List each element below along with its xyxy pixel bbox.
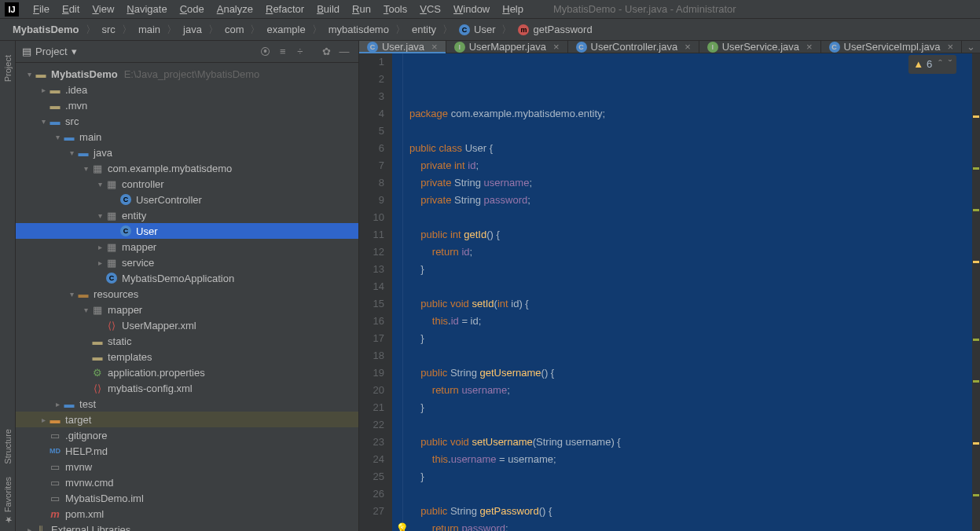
tree-item-usermapper-xml[interactable]: ⟨⟩UserMapper.xml	[16, 317, 358, 333]
close-icon[interactable]: ×	[685, 41, 691, 53]
tree-arrow-icon[interactable]: ▸	[38, 416, 49, 424]
tool-tab-structure[interactable]: Structure	[2, 423, 14, 471]
tree-item-static[interactable]: ▬static	[16, 333, 358, 349]
menu-file[interactable]: File	[27, 2, 56, 16]
gear-icon[interactable]: ✿	[319, 44, 335, 60]
tree-item-templates[interactable]: ▬templates	[16, 349, 358, 364]
menu-code[interactable]: Code	[174, 2, 211, 16]
editor-tab-usermapper-java[interactable]: IUserMapper.java×	[446, 41, 568, 53]
tree-item-help-md[interactable]: MDHELP.md	[16, 443, 358, 459]
close-icon[interactable]: ×	[947, 41, 953, 53]
tree-item-mapper[interactable]: ▸▦mapper	[16, 239, 358, 255]
intention-bulb-icon[interactable]: 💡	[395, 520, 409, 531]
breadcrumb-java[interactable]: java	[178, 22, 207, 37]
error-stripe[interactable]	[972, 53, 980, 531]
inspection-badge[interactable]: ▲ 6 ˆ ˇ	[908, 55, 956, 74]
menu-tools[interactable]: Tools	[377, 2, 413, 16]
tree-item-src[interactable]: ▾▬src	[16, 113, 358, 129]
tree-item-pom-xml[interactable]: mpom.xml	[16, 506, 358, 522]
collapse-all-icon[interactable]: ÷	[292, 44, 308, 60]
tool-tab-project[interactable]: Project	[2, 49, 14, 88]
chevron-up-icon[interactable]: ˆ	[938, 56, 941, 73]
tree-item-target[interactable]: ▸▬target	[16, 412, 358, 427]
menu-view[interactable]: View	[86, 2, 120, 16]
breadcrumb-user[interactable]: CUser	[454, 22, 500, 37]
tree-item-mybatisdemo-iml[interactable]: ▭MybatisDemo.iml	[16, 490, 358, 506]
tree-item-java[interactable]: ▾▬java	[16, 145, 358, 160]
chevron-right-icon: 〉	[442, 23, 453, 37]
tree-item-entity[interactable]: ▾▦entity	[16, 207, 358, 223]
menu-edit[interactable]: Edit	[56, 2, 86, 16]
locate-icon[interactable]: ⦿	[258, 44, 273, 60]
tree-item-com-example-mybatisdemo[interactable]: ▾▦com.example.mybatisdemo	[16, 160, 358, 176]
tree-arrow-icon[interactable]: ▾	[24, 70, 35, 79]
breadcrumb-mybatisdemo[interactable]: mybatisdemo	[324, 22, 394, 37]
tree-arrow-icon[interactable]: ▸	[94, 258, 105, 267]
breadcrumb-src[interactable]: src	[97, 22, 120, 37]
tree-item--idea[interactable]: ▸▬.idea	[16, 82, 358, 97]
tree-item-mybatis-config-xml[interactable]: ⟨⟩mybatis-config.xml	[16, 380, 358, 396]
editor-tab-userservice-java[interactable]: IUserService.java×	[699, 41, 821, 53]
tree-arrow-icon[interactable]: ▾	[38, 117, 49, 126]
code-editor[interactable]: 1234567891011121314151617181920212223242…	[359, 53, 980, 531]
expand-all-icon[interactable]: ≡	[275, 44, 291, 60]
c-badge-icon: C	[459, 24, 470, 35]
tree-item--mvn[interactable]: ▬.mvn	[16, 97, 358, 113]
close-icon[interactable]: ×	[806, 41, 813, 53]
tree-item-user[interactable]: CUser	[16, 223, 358, 239]
tree-arrow-icon[interactable]: ▾	[94, 180, 105, 189]
breadcrumb-example[interactable]: example	[262, 22, 310, 37]
close-icon[interactable]: ×	[553, 41, 560, 53]
tree-arrow-icon[interactable]: ▸	[94, 243, 105, 251]
breadcrumb-mybatisdemo[interactable]: MybatisDemo	[8, 22, 84, 37]
menu-vcs[interactable]: VCS	[413, 2, 447, 16]
breadcrumb-entity[interactable]: entity	[407, 22, 441, 37]
tree-item-mvnw-cmd[interactable]: ▭mvnw.cmd	[16, 474, 358, 490]
tree-arrow-icon[interactable]: ▸	[52, 400, 63, 408]
tree-item-application-properties[interactable]: ⚙application.properties	[16, 364, 358, 380]
tree-item--gitignore[interactable]: ▭.gitignore	[16, 427, 358, 443]
tree-item-resources[interactable]: ▾▬resources	[16, 286, 358, 302]
tree-arrow-icon[interactable]: ▸	[24, 526, 35, 532]
breadcrumb-getpassword[interactable]: mgetPassword	[513, 22, 596, 37]
tree-arrow-icon[interactable]: ▾	[52, 133, 63, 141]
tree-item-mybatisdemoapplication[interactable]: CMybatisDemoApplication	[16, 270, 358, 286]
tree-item-test[interactable]: ▸▬test	[16, 396, 358, 412]
menu-build[interactable]: Build	[310, 2, 346, 16]
breadcrumb-com[interactable]: com	[220, 22, 249, 37]
tree-item-main[interactable]: ▾▬main	[16, 129, 358, 145]
file-type-icon: C	[576, 42, 587, 53]
folder-orange-icon: ▬	[49, 413, 61, 426]
tree-arrow-icon[interactable]: ▾	[66, 148, 77, 157]
editor-tab-user-java[interactable]: CUser.java×	[359, 41, 446, 53]
tree-item-usercontroller[interactable]: CUserController	[16, 192, 358, 207]
editor-tab-userserviceimpl-java[interactable]: CUserServiceImpl.java×	[821, 41, 962, 53]
tree-item-mapper[interactable]: ▾▦mapper	[16, 302, 358, 317]
menu-navigate[interactable]: Navigate	[120, 2, 173, 16]
tree-arrow-icon[interactable]: ▾	[94, 211, 105, 220]
hide-icon[interactable]: —	[336, 44, 352, 60]
menu-refactor[interactable]: Refactor	[259, 2, 310, 16]
tree-arrow-icon[interactable]: ▾	[66, 290, 77, 298]
menu-run[interactable]: Run	[346, 2, 377, 16]
breadcrumb-main[interactable]: main	[134, 22, 165, 37]
tree-item-controller[interactable]: ▾▦controller	[16, 176, 358, 192]
tree-arrow-icon[interactable]: ▾	[80, 164, 91, 173]
tree-item-mvnw[interactable]: ▭mvnw	[16, 459, 358, 474]
tree-item-external-libraries[interactable]: ▸⫴External Libraries	[16, 522, 358, 531]
tree-item-mybatisdemo[interactable]: ▾▬MybatisDemoE:\Java_project\MybatisDemo	[16, 66, 358, 82]
tree-arrow-icon[interactable]: ▸	[38, 86, 49, 94]
editor-tab-usercontroller-java[interactable]: CUserController.java×	[568, 41, 699, 53]
menu-window[interactable]: Window	[447, 2, 496, 16]
menu-help[interactable]: Help	[496, 2, 530, 16]
chevron-down-icon[interactable]: ˇ	[949, 56, 952, 73]
tree-arrow-icon[interactable]: ▾	[80, 306, 91, 314]
class-icon: C	[119, 225, 132, 237]
tool-tab-favorites[interactable]: ★ Favorites	[1, 471, 14, 531]
menu-analyze[interactable]: Analyze	[211, 2, 259, 16]
close-icon[interactable]: ×	[431, 41, 438, 53]
tree-item-service[interactable]: ▸▦service	[16, 255, 358, 270]
tabs-overflow-icon[interactable]: ⌄	[962, 41, 980, 53]
project-panel-title[interactable]: ▤ Project ▾	[22, 46, 76, 57]
project-tree[interactable]: ▾▬MybatisDemoE:\Java_project\MybatisDemo…	[16, 63, 358, 531]
